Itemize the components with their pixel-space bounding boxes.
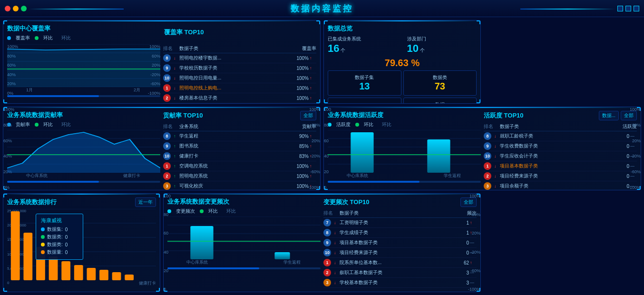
- name-cell: 叙职工基本数据子类: [340, 269, 452, 276]
- val-cell: 100%: [292, 76, 309, 81]
- table-row: 7 ↓ 工资明细子类 1 ↑: [323, 218, 477, 228]
- data-cards: 数据子集 13 数据类 73 子类 数据 320: [328, 70, 477, 104]
- name-cell: 学生收费数据子类: [500, 143, 613, 149]
- arrow-cell: ↓: [334, 270, 340, 275]
- arrow-up-icon: ↓: [334, 270, 336, 275]
- changes-xaxis-1: 学生返程: [283, 259, 301, 266]
- rank-cell: 9: [484, 142, 494, 150]
- rank-cell: 1: [163, 162, 174, 170]
- trend-up-icon: ↑: [310, 56, 312, 60]
- tooltip-label: 数据类:: [47, 241, 63, 248]
- arrow-cell: ↓: [494, 164, 500, 168]
- ranking-dropdown[interactable]: 近一年: [135, 197, 156, 207]
- name-cell: 学生返程: [179, 133, 292, 139]
- changes-scrollbar[interactable]: [167, 267, 321, 269]
- sq1: [617, 6, 623, 11]
- changes-top10-rows: 7 ↓ 工资明细子类 1 ↑ 8 ↓ 学生成绩子类 1 ↑ 9 ↓ 项目基本数据…: [323, 218, 477, 288]
- coverage-legend: 覆盖率 环比 环比: [7, 35, 71, 41]
- activity-dropdown1[interactable]: 数据...: [599, 111, 619, 120]
- coverage-scrollbar[interactable]: [7, 95, 160, 97]
- tooltip-item: 数据集: 0: [41, 226, 78, 233]
- sq3: [634, 6, 639, 11]
- arrow-up-icon: ↓: [334, 220, 336, 225]
- activity-xaxis-1: 学生返程: [444, 173, 461, 179]
- arrow-up-icon: ↓: [174, 76, 176, 80]
- changes-xaxis: 中心库系统 学生返程: [167, 259, 321, 266]
- table-row: 2 ↓ 楼房基本信息子类 100% ↑: [163, 93, 316, 103]
- contribution-scrollbar[interactable]: [7, 181, 160, 183]
- arrow-cell: ↑: [174, 164, 179, 168]
- trend-up-icon: ↑: [310, 96, 312, 100]
- arrow-cell: ↓: [174, 56, 179, 60]
- tooltip-label: 数据量:: [47, 249, 63, 256]
- col-spacer: [174, 45, 179, 52]
- rank-cell: 8: [163, 54, 174, 62]
- contribution-huanbi-label: 环比: [43, 121, 53, 128]
- changes-chart-svg: [167, 216, 321, 259]
- table-row: 8 ↓ 学生成绩子类 1 ↑: [323, 228, 477, 238]
- page-title: 数据内容监控: [291, 3, 353, 14]
- name-cell: 楼房基本信息子类: [179, 95, 292, 101]
- header-line-left: [29, 9, 124, 10]
- top-bar: 数据内容监控: [0, 0, 644, 17]
- trend-cell: ↑: [310, 96, 316, 100]
- arrow-cell: ↑: [174, 144, 179, 148]
- rank-cell: 3: [323, 279, 334, 286]
- rank-cell: 10: [323, 249, 334, 256]
- tooltip-value: 0: [65, 235, 68, 240]
- activity-huanbi-label: 环比: [364, 121, 373, 128]
- name-cell: 照明电控日用电量...: [179, 75, 292, 81]
- contribution-huanbi: 环比: [61, 121, 71, 128]
- table-row: 3 ↑ 可视化校庆 100% ↑: [163, 181, 316, 190]
- tooltip-dot: [41, 243, 45, 246]
- name-cell: 项目经费来源子类: [500, 173, 613, 179]
- contribution-xaxis: 中心库系统 健康打卡: [7, 173, 160, 179]
- arrow-cell: ↑: [174, 184, 179, 188]
- arrow-up-icon: ↓: [334, 260, 336, 265]
- name-cell: 图书系统: [179, 143, 292, 149]
- header-line-right: [520, 9, 615, 10]
- rank-cell: 2: [163, 172, 174, 180]
- changes-huanbi: 环比: [226, 208, 236, 215]
- coverage-yaxis-right: 100%60%20%-20%-60%-100%: [141, 44, 160, 96]
- coverage-panel-header: 数据中心覆盖率 覆盖率 环比 环比 覆盖率 TOP10: [7, 24, 316, 41]
- rank-badge: 3: [163, 182, 171, 190]
- arrow-down-icon: ↑: [174, 134, 176, 138]
- contribution-chart-svg: [7, 130, 160, 173]
- activity-top10-header: 排名 数据子类 活跃度: [484, 122, 637, 131]
- xaxis-jan: 1月: [26, 87, 33, 93]
- svg-marker-6: [7, 49, 160, 87]
- table-row: 8 ↓ 就职工龄税子类 0 —: [484, 131, 637, 141]
- arrow-down-icon: ↑: [174, 144, 176, 148]
- val-cell: 100%: [292, 56, 309, 61]
- name-cell: 学校校历数据子类: [179, 65, 292, 71]
- trend-cell: ↑: [310, 66, 316, 70]
- rank-badge: 2: [323, 269, 331, 276]
- table-row: 3 ↓ 学校基本数据子类 3 —: [323, 278, 477, 288]
- table-row: 1 ↓ 项目基本数据子类 0 —: [484, 161, 637, 171]
- activity-col-rank: 排名: [484, 123, 494, 130]
- rank-cell: 1: [484, 162, 494, 170]
- data-card-subtype: 子类: [328, 98, 401, 104]
- arrow-cell: ↓: [334, 220, 340, 225]
- name-cell: 项目基本数据子类: [340, 239, 452, 246]
- data-card-type-value: 73: [435, 81, 445, 92]
- svg-rect-35: [125, 275, 134, 280]
- activity-scrollbar[interactable]: [328, 181, 481, 183]
- coverage-panel: 数据中心覆盖率 覆盖率 环比 环比 覆盖率 TOP10: [3, 20, 321, 104]
- contribution-top10-rows: 8 ↑ 学生返程 90% ↑ 9 ↑ 图书系统 85% ↑ 10 ↑ 健康打卡 …: [163, 131, 316, 190]
- data-card-type: 数据类 73: [403, 70, 477, 96]
- huanbi-label: 环比: [61, 35, 71, 41]
- rank-badge: 1: [163, 84, 171, 92]
- trend-up-icon: ↑: [310, 76, 312, 80]
- rank-badge: 9: [163, 142, 171, 150]
- data-overview-panel: 数据总览 已集成业务系统 16 个 涉及部门 10 个 79.63 % 数据子集: [323, 20, 481, 104]
- legend-coverage-dot: [7, 36, 11, 40]
- coverage-top10-rows: 8 ↓ 照明电控楼宇数据... 100% ↑ 9 ↓ 学校校历数据子类 100%…: [163, 53, 316, 104]
- arrow-cell: ↓: [334, 260, 340, 265]
- tooltip-title: 海康威视: [41, 217, 78, 224]
- tooltip-value: 0: [65, 227, 68, 232]
- arrow-cell: ↓: [334, 240, 340, 245]
- name-cell: 学生应收会计子类: [500, 153, 613, 159]
- rank-cell: 7: [323, 219, 334, 226]
